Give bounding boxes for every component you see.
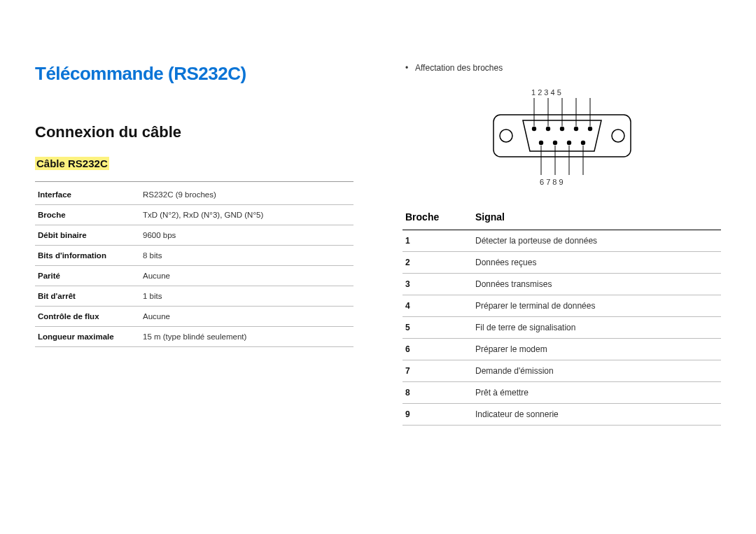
table-row: 9Indicateur de sonnerie [402,404,721,426]
table-row: BrocheTxD (N°2), RxD (N°3), GND (N°5) [35,205,354,225]
pin-number: 5 [402,317,472,339]
svg-text:1  2 3 4 5: 1 2 3 4 5 [531,88,561,97]
pin-number: 3 [402,274,472,295]
table-row: 1Détecter la porteuse de données [402,230,721,252]
spec-label: Interface [35,185,140,205]
svg-point-7 [573,127,578,131]
divider [35,181,354,182]
pin-signal: Fil de terre de signalisation [472,317,721,339]
table-row: Bit d'arrêt1 bits [35,286,354,307]
pin-number: 1 [402,230,472,252]
spec-label: Bits d'information [35,246,140,266]
spec-value: 8 bits [140,246,354,266]
pin-assignment-bullet: •Affectation des broches [405,63,721,73]
pin-signal: Préparer le modem [472,339,721,360]
table-row: 3Données transmises [402,274,721,295]
signal-header: Signal [472,207,721,230]
svg-point-8 [587,127,592,131]
subsection-title: Câble RS232C [35,157,109,170]
spec-label: Longueur maximale [35,327,140,347]
pin-number: 9 [402,404,472,426]
pin-signal: Demande d'émission [472,360,721,382]
page-title: Télécommande (RS232C) [35,63,354,85]
pin-signal: Données transmises [472,274,721,295]
pin-number: 8 [402,382,472,404]
db9-connector-icon: 1 2 3 4 5 [478,85,646,190]
spec-value: Aucune [140,307,354,327]
pin-bullet-text: Affectation des broches [415,63,503,73]
spec-value: 9600 bps [140,225,354,246]
svg-point-10 [552,141,556,145]
pin-signal-table: Broche Signal 1Détecter la porteuse de d… [402,207,721,426]
pin-signal: Indicateur de sonnerie [472,404,721,426]
pin-header: Broche [402,207,472,230]
spec-value: RS232C (9 broches) [140,185,354,205]
pin-signal: Détecter la porteuse de données [472,230,721,252]
right-column: •Affectation des broches 1 2 3 4 5 [402,63,721,506]
cable-spec-table: InterfaceRS232C (9 broches)BrocheTxD (N°… [35,185,354,347]
pin-number: 2 [402,252,472,274]
table-row: 4Préparer le terminal de données [402,295,721,317]
pin-number: 6 [402,339,472,360]
table-row: 5Fil de terre de signalisation [402,317,721,339]
table-row: 7Demande d'émission [402,360,721,382]
pin-signal: Préparer le terminal de données [472,295,721,317]
svg-text:6 7 8 9: 6 7 8 9 [540,178,564,186]
svg-point-4 [531,127,536,131]
spec-label: Bit d'arrêt [35,286,140,307]
table-row: Bits d'information8 bits [35,246,354,266]
table-row: 8Prêt à émettre [402,382,721,404]
spec-label: Parité [35,266,140,286]
table-row: ParitéAucune [35,266,354,286]
left-column: Télécommande (RS232C) Connexion du câble… [35,63,354,506]
table-row: 6Préparer le modem [402,339,721,360]
svg-point-2 [500,129,512,142]
spec-value: 15 m (type blindé seulement) [140,327,354,347]
svg-point-3 [612,129,624,142]
table-row: Contrôle de fluxAucune [35,307,354,327]
section-title: Connexion du câble [35,123,354,141]
pin-number: 4 [402,295,472,317]
pin-signal: Prêt à émettre [472,382,721,404]
pin-number: 7 [402,360,472,382]
table-row: Longueur maximale15 m (type blindé seule… [35,327,354,347]
table-row: InterfaceRS232C (9 broches) [35,185,354,205]
spec-label: Broche [35,205,140,225]
svg-point-5 [545,127,550,131]
table-row: Débit binaire9600 bps [35,225,354,246]
svg-point-6 [559,127,564,131]
spec-value: Aucune [140,266,354,286]
spec-value: TxD (N°2), RxD (N°3), GND (N°5) [140,205,354,225]
svg-point-12 [580,141,584,145]
table-row: 2Données reçues [402,252,721,274]
connector-diagram: 1 2 3 4 5 [402,85,721,190]
svg-point-11 [566,141,570,145]
spec-label: Contrôle de flux [35,307,140,327]
spec-value: 1 bits [140,286,354,307]
pin-signal: Données reçues [472,252,721,274]
svg-point-9 [538,141,542,145]
spec-label: Débit binaire [35,225,140,246]
